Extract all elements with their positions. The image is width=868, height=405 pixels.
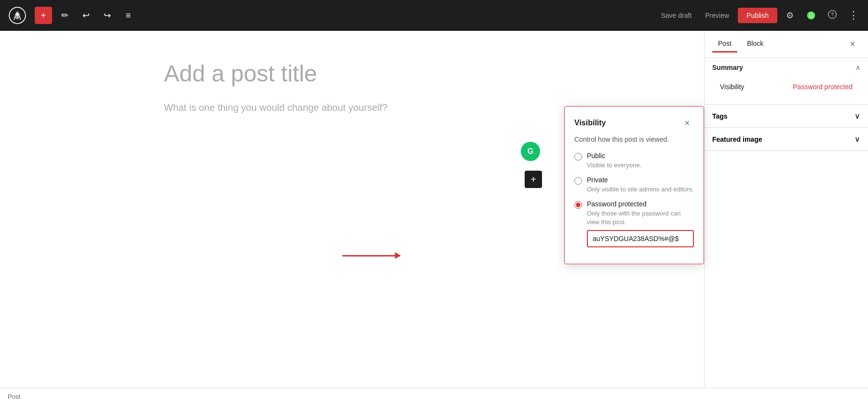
featured-toggle-icon: ∨ — [854, 135, 860, 144]
redo-button[interactable]: ↪ — [98, 7, 116, 24]
summary-panel-title: Summary — [712, 64, 855, 71]
undo-icon: ↩ — [82, 10, 90, 21]
radio-private-text: Private Only visible to site admins and … — [587, 176, 694, 193]
wp-logo — [6, 0, 29, 31]
save-draft-button[interactable]: Save draft — [656, 9, 696, 22]
radio-public[interactable] — [574, 153, 582, 161]
radio-public-label[interactable]: Public — [587, 152, 694, 160]
tab-post[interactable]: Post — [712, 36, 737, 53]
sidebar-close-button[interactable]: × — [845, 37, 860, 52]
toolbar-left: + ✏ ↩ ↪ ≡ — [6, 0, 137, 31]
status-label: Post — [8, 393, 20, 400]
arrow-line — [342, 255, 400, 256]
svg-text:?: ? — [831, 12, 834, 17]
summary-panel-body: Visibility Password protected — [705, 77, 868, 104]
more-icon: ⋮ — [848, 9, 859, 22]
toolbar: + ✏ ↩ ↪ ≡ Save draft Preview Publish ⚙ G — [0, 0, 868, 31]
popup-header: Visibility × — [574, 116, 694, 130]
visibility-value-button[interactable]: Password protected — [793, 83, 853, 91]
more-options-button[interactable]: ⋮ — [845, 7, 862, 24]
radio-password-protected[interactable] — [574, 201, 582, 209]
help-button[interactable]: ? — [824, 7, 841, 24]
radio-private[interactable] — [574, 177, 582, 185]
visibility-label: Visibility — [720, 83, 744, 91]
status-bar: Post — [0, 388, 868, 405]
tab-block[interactable]: Block — [741, 36, 769, 53]
sidebar-tabs: Post Block × — [705, 31, 868, 58]
settings-icon: ⚙ — [786, 10, 794, 21]
tags-toggle-icon: ∨ — [854, 111, 860, 121]
featured-image-label: Featured image — [712, 135, 854, 143]
radio-private-label[interactable]: Private — [587, 176, 694, 184]
grammarly-icon: G — [528, 147, 533, 156]
main-content: Add a post title What is one thing you w… — [0, 31, 868, 388]
popup-title: Visibility — [574, 119, 680, 127]
arrow-indicator — [342, 255, 400, 256]
radio-password-text: Password protected Only those with the p… — [587, 200, 694, 247]
radio-public-text: Public Visible to everyone. — [587, 152, 694, 169]
password-input[interactable] — [587, 230, 694, 247]
add-block-button[interactable]: + — [525, 171, 542, 188]
tags-label: Tags — [712, 112, 854, 120]
tags-panel[interactable]: Tags ∨ — [705, 105, 868, 128]
list-view-button[interactable]: ≡ — [120, 7, 137, 24]
list-icon: ≡ — [126, 11, 131, 21]
redo-icon: ↪ — [104, 10, 111, 21]
pen-tool-button[interactable]: ✏ — [56, 7, 73, 24]
grammarly-button[interactable]: G — [521, 142, 540, 161]
radio-password-label[interactable]: Password protected — [587, 200, 694, 208]
sidebar: Post Block × Summary ∧ Visibility Passwo… — [704, 31, 868, 388]
plus-icon: + — [41, 11, 46, 21]
summary-panel: Summary ∧ Visibility Password protected — [705, 58, 868, 105]
add-block-icon: + — [530, 174, 536, 185]
visibility-popup: Visibility × Control how this post is vi… — [564, 106, 704, 264]
radio-private-desc: Only visible to site admins and editors. — [587, 186, 694, 193]
preview-button[interactable]: Preview — [700, 9, 734, 22]
bolt-button[interactable]: G — [802, 7, 820, 24]
visibility-row: Visibility Password protected — [712, 77, 860, 96]
editor-content: Add a post title What is one thing you w… — [164, 60, 540, 128]
summary-panel-header[interactable]: Summary ∧ — [705, 58, 868, 77]
sidebar-body: Summary ∧ Visibility Password protected … — [705, 58, 868, 388]
svg-point-1 — [16, 13, 19, 16]
post-subtitle[interactable]: What is one thing you would change about… — [164, 102, 540, 113]
popup-close-button[interactable]: × — [680, 116, 694, 130]
settings-button[interactable]: ⚙ — [781, 7, 799, 24]
radio-option-private: Private Only visible to site admins and … — [574, 176, 694, 193]
summary-toggle-icon: ∧ — [855, 64, 860, 71]
pen-icon: ✏ — [61, 10, 68, 21]
add-block-toolbar-button[interactable]: + — [35, 7, 52, 24]
radio-option-public: Public Visible to everyone. — [574, 152, 694, 169]
popup-description: Control how this post is viewed. — [574, 135, 694, 143]
svg-text:G: G — [809, 13, 813, 18]
help-icon: ? — [827, 10, 837, 22]
undo-button[interactable]: ↩ — [77, 7, 95, 24]
toolbar-right: Save draft Preview Publish ⚙ G ? ⋮ — [656, 7, 862, 24]
radio-public-desc: Visible to everyone. — [587, 162, 641, 169]
publish-button[interactable]: Publish — [738, 8, 777, 23]
radio-password-desc: Only those with the password can view th… — [587, 210, 680, 226]
post-title-placeholder[interactable]: Add a post title — [164, 60, 540, 88]
radio-option-password: Password protected Only those with the p… — [574, 200, 694, 247]
featured-image-panel[interactable]: Featured image ∨ — [705, 128, 868, 151]
